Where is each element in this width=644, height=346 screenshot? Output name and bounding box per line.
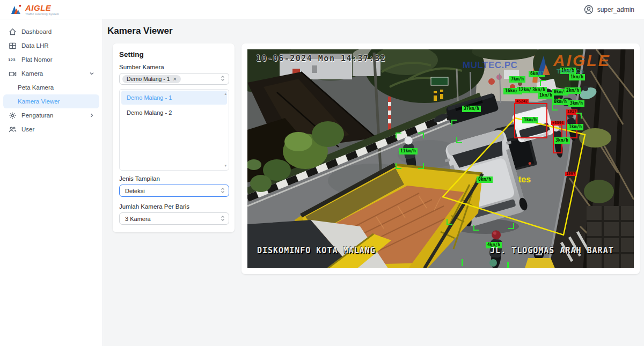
settings-panel: Setting Sumber Kamera Demo Malang - 1 × …: [113, 43, 235, 232]
main-content: Kamera Viewer Setting Sumber Kamera Demo…: [103, 19, 644, 346]
sidebar-item-label: Peta Kamera: [18, 84, 95, 91]
sumber-kamera-label: Sumber Kamera: [119, 64, 229, 70]
logo-subtitle: Traffic Counting System: [25, 12, 59, 16]
sidebar-item-plat-nomor[interactable]: 123 Plat Nomor: [0, 53, 103, 67]
remove-tag-icon[interactable]: ×: [173, 76, 177, 82]
sidebar-item-label: User: [21, 126, 95, 132]
selected-camera-tag: Demo Malang - 1 ×: [122, 75, 181, 83]
camera-scene-image: [247, 49, 634, 268]
sidebar-item-label: Plat Nomor: [21, 56, 95, 63]
stepper-icon: [221, 74, 225, 84]
gear-icon: [8, 111, 17, 120]
home-icon: [8, 27, 17, 36]
caption-location-left: DISKOMINFO KOTA MALANG: [257, 246, 376, 255]
username: super_admin: [597, 6, 634, 13]
sidebar-item-label: Data LHR: [21, 42, 95, 49]
camera-timestamp: 10-06-2024 Mon 14:37:32: [256, 54, 386, 63]
sidebar-item-kamera[interactable]: Kamera: [0, 67, 103, 80]
user-menu[interactable]: super_admin: [584, 5, 634, 14]
stepper-icon: [221, 215, 225, 223]
sidebar-item-kamera-viewer[interactable]: Kamera Viewer: [3, 94, 99, 108]
kamera-listbox: Demo Malang - 1 Demo Malang - 2 ▴ ▾: [119, 89, 229, 171]
settings-heading: Setting: [119, 50, 229, 58]
stepper-icon: [221, 187, 225, 195]
table-icon: [8, 41, 17, 50]
user-circle-icon: [584, 5, 594, 14]
jumlah-kamera-select[interactable]: 3 Kamera: [119, 212, 229, 225]
jenis-tampilan-select[interactable]: Deteksi: [119, 185, 229, 197]
sumber-kamera-select[interactable]: Demo Malang - 1 ×: [119, 73, 229, 85]
jumlah-kamera-label: Jumlah Kamera Per Baris: [119, 203, 229, 210]
sidebar: Dashboard Data LHR 123 Plat Nomor Kamera…: [0, 19, 103, 346]
listbox-option-demo-malang-2[interactable]: Demo Malang - 2: [121, 106, 227, 120]
sidebar-item-label: Kamera: [21, 70, 84, 77]
sidebar-item-label: Dashboard: [21, 28, 95, 35]
sidebar-item-label: Kamera Viewer: [18, 98, 92, 105]
app-header: AIGLE Traffic Counting System super_admi…: [0, 0, 644, 19]
sidebar-item-label: Pengaturan: [21, 112, 84, 119]
aigle-watermark-icon: [536, 53, 551, 76]
caption-location-right: JL. TLOGOMAS ARAH BARAT: [490, 246, 614, 255]
jenis-tampilan-label: Jenis Tampilan: [119, 175, 229, 182]
sidebar-item-data-lhr[interactable]: Data LHR: [0, 39, 103, 53]
sidebar-item-pengaturan[interactable]: Pengaturan: [0, 108, 103, 122]
page-title: Kamera Viewer: [107, 26, 640, 36]
chevron-right-icon: [89, 112, 95, 119]
users-icon: [8, 125, 17, 134]
123-icon: 123: [8, 55, 17, 64]
sidebar-item-peta-kamera[interactable]: Peta Kamera: [0, 80, 103, 94]
sidebar-item-user[interactable]: User: [0, 122, 103, 136]
camera-feed[interactable]: tes 45242+55941917199737km/h7km/h6km/h1k…: [247, 49, 634, 268]
app-logo[interactable]: AIGLE Traffic Counting System: [10, 3, 59, 16]
listbox-option-demo-malang-1[interactable]: Demo Malang - 1: [121, 91, 227, 105]
scroll-up-icon[interactable]: ▴: [224, 92, 226, 96]
chevron-down-icon: [89, 70, 95, 77]
camera-icon: [8, 69, 17, 78]
scroll-down-icon[interactable]: ▾: [224, 164, 226, 168]
svg-text:123: 123: [8, 57, 16, 62]
aigle-logo-icon: [10, 3, 23, 16]
logo-title: AIGLE: [25, 4, 59, 12]
watermark-aigle: AIGLE Traffic Co: [536, 53, 611, 76]
camera-panel: tes 45242+55941917199737km/h7km/h6km/h1k…: [241, 43, 640, 274]
sidebar-item-dashboard[interactable]: Dashboard: [0, 25, 103, 39]
watermark-multec: MULTEC.PC: [463, 60, 517, 71]
